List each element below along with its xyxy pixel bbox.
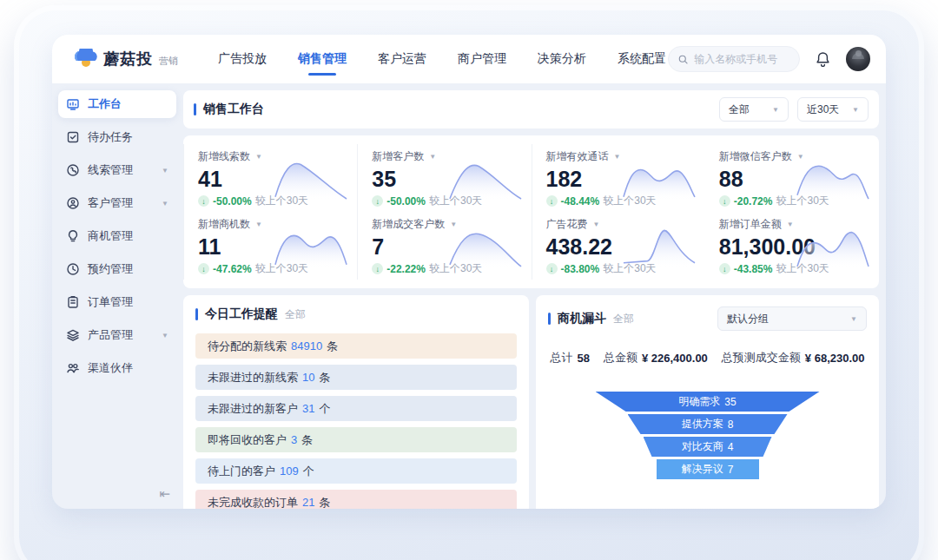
customer-icon bbox=[66, 196, 80, 210]
funnel-stage-compare-competitors: 对比友商 4 bbox=[644, 437, 772, 457]
title-accent-bar bbox=[548, 313, 551, 325]
chevron-down-icon: ▼ bbox=[255, 153, 262, 161]
todo-icon bbox=[66, 130, 80, 144]
workbench-icon bbox=[66, 97, 80, 111]
date-range-select[interactable]: 近30天 ▼ bbox=[797, 97, 869, 122]
sidebar-item-label: 线索管理 bbox=[88, 162, 133, 178]
scope-filter-select[interactable]: 全部 ▼ bbox=[719, 97, 789, 122]
nav-item-merchant[interactable]: 商户管理 bbox=[458, 35, 506, 83]
leads-icon bbox=[66, 163, 80, 177]
stat-label: 新增有效通话 bbox=[546, 149, 609, 164]
reminder-row[interactable]: 即将回收的客户 3 条 bbox=[195, 427, 517, 452]
reminders-list: 待分配的新线索 84910 条 未跟进过的新线索 10 条 未跟进过的新客户 bbox=[195, 333, 517, 509]
sparkline-chart bbox=[796, 221, 870, 268]
stat-label: 广告花费 bbox=[546, 217, 588, 232]
nav-item-analytics[interactable]: 决策分析 bbox=[538, 35, 586, 83]
sidebar-collapse-button[interactable]: ⇤ bbox=[159, 486, 170, 502]
funnel-total-count: 总计 58 bbox=[550, 350, 589, 366]
reminder-count: 31 bbox=[302, 402, 314, 415]
reminder-text: 未完成收款的订单 bbox=[208, 495, 298, 510]
funnel-group-value: 默认分组 bbox=[727, 312, 769, 326]
appointment-icon bbox=[66, 262, 80, 276]
brand-name: 蘑菇投 bbox=[103, 49, 153, 69]
stage-label: 明确需求 bbox=[678, 394, 720, 409]
order-icon bbox=[66, 295, 80, 309]
sidebar-item-label: 渠道伙伴 bbox=[88, 360, 133, 376]
chevron-down-icon: ▼ bbox=[852, 106, 859, 114]
chevron-down-icon: ▼ bbox=[593, 221, 600, 228]
stat-label: 新增微信客户数 bbox=[719, 149, 792, 164]
sidebar-item-opportunities[interactable]: 商机管理 bbox=[58, 222, 176, 250]
search-input[interactable] bbox=[694, 53, 789, 65]
sidebar-item-leads[interactable]: 线索管理 ▼ bbox=[58, 156, 176, 184]
sidebar-item-appointments[interactable]: 预约管理 bbox=[58, 255, 176, 283]
reminder-row[interactable]: 待分配的新线索 84910 条 bbox=[195, 333, 517, 359]
stage-value: 7 bbox=[728, 464, 734, 476]
arrow-down-icon: ↓ bbox=[719, 195, 730, 207]
app-body: 工作台 待办任务 线索管理 ▼ bbox=[52, 83, 886, 509]
stage-value: 8 bbox=[728, 418, 734, 431]
reminder-row[interactable]: 待上门的客户 109 个 bbox=[195, 458, 517, 484]
chevron-down-icon: ▼ bbox=[614, 153, 621, 161]
funnel-total-amount: 总金额 ¥ 226,400.00 bbox=[604, 350, 708, 366]
funnel-title-wrap: 商机漏斗 bbox=[548, 311, 606, 326]
global-search[interactable] bbox=[668, 46, 800, 72]
change-percent: -20.72% bbox=[734, 195, 773, 208]
reminder-text: 待分配的新线索 bbox=[208, 339, 287, 354]
reminder-row[interactable]: 未跟进过的新线索 10 条 bbox=[195, 365, 517, 390]
stat-label: 新增客户数 bbox=[372, 149, 424, 164]
search-icon bbox=[678, 54, 688, 65]
reminder-unit: 个 bbox=[303, 464, 314, 479]
nav-item-ads[interactable]: 广告投放 bbox=[218, 35, 267, 83]
scope-filter-value: 全部 bbox=[729, 102, 750, 117]
sidebar-item-label: 订单管理 bbox=[88, 294, 133, 310]
funnel-stage-clear-demand: 明确需求 35 bbox=[596, 392, 820, 412]
product-icon bbox=[66, 328, 80, 342]
reminder-row[interactable]: 未完成收款的订单 21 条 bbox=[195, 490, 517, 509]
page-title: 销售工作台 bbox=[203, 102, 264, 117]
stat-order-amount: 新增订单金额 ▼ 81,300.00 ↓ -43.85% 较上个30天 bbox=[705, 212, 879, 280]
page-title-wrap: 销售工作台 bbox=[194, 102, 264, 117]
nav-item-settings[interactable]: 系统配置 bbox=[618, 35, 666, 83]
nav-item-sales[interactable]: 销售管理 bbox=[298, 35, 347, 83]
funnel-scope-label: 全部 bbox=[613, 312, 634, 326]
funnel-summary: 总计 58 总金额 ¥ 226,400.00 总预测成交金额 ¥ 68,230.… bbox=[548, 350, 867, 366]
chevron-down-icon: ▼ bbox=[787, 221, 794, 228]
arrow-down-icon: ↓ bbox=[198, 263, 209, 274]
stat-wechat-customers: 新增微信客户数 ▼ 88 ↓ -20.72% 较上个30天 bbox=[705, 144, 879, 212]
sparkline-chart bbox=[274, 154, 348, 201]
summary-value: ¥ 68,230.00 bbox=[805, 352, 865, 365]
reminder-unit: 条 bbox=[327, 339, 338, 354]
funnel-stage-proposal: 提供方案 8 bbox=[628, 414, 788, 434]
stage-label: 对比友商 bbox=[682, 439, 723, 454]
sparkline-chart bbox=[796, 154, 870, 201]
sidebar-item-todo[interactable]: 待办任务 bbox=[58, 123, 176, 151]
reminder-count: 84910 bbox=[291, 339, 322, 352]
arrow-down-icon: ↓ bbox=[719, 263, 730, 274]
chevron-down-icon: ▼ bbox=[162, 332, 168, 339]
page: 蘑菇投 营销 广告投放 销售管理 客户运营 商户管理 决策分析 系统配置 bbox=[0, 0, 938, 560]
nav-item-customer-ops[interactable]: 客户运营 bbox=[378, 35, 426, 83]
arrow-down-icon: ↓ bbox=[372, 195, 383, 207]
sidebar-item-workbench[interactable]: 工作台 bbox=[58, 90, 176, 118]
reminder-text: 未跟进过的新客户 bbox=[208, 401, 298, 417]
sidebar-item-orders[interactable]: 订单管理 bbox=[58, 288, 176, 316]
reminder-unit: 个 bbox=[319, 401, 330, 417]
navbar-right bbox=[668, 46, 870, 72]
sidebar-item-channel-partners[interactable]: 渠道伙伴 bbox=[58, 354, 176, 382]
sidebar-item-customers[interactable]: 客户管理 ▼ bbox=[58, 189, 176, 217]
arrow-down-icon: ↓ bbox=[198, 195, 209, 207]
reminder-text: 待上门的客户 bbox=[208, 464, 275, 479]
funnel-group-select[interactable]: 默认分组 ▼ bbox=[717, 306, 867, 331]
summary-value: ¥ 226,400.00 bbox=[642, 352, 708, 365]
notification-bell-button[interactable] bbox=[816, 51, 830, 67]
user-avatar[interactable] bbox=[846, 47, 870, 71]
reminder-unit: 条 bbox=[301, 432, 313, 448]
sparkline-chart bbox=[448, 154, 523, 201]
chevron-down-icon: ▼ bbox=[850, 315, 857, 323]
summary-value: 58 bbox=[577, 352, 589, 365]
reminders-title: 今日工作提醒 bbox=[205, 306, 278, 322]
sidebar-item-products[interactable]: 产品管理 ▼ bbox=[58, 321, 176, 349]
reminder-row[interactable]: 未跟进过的新客户 31 个 bbox=[195, 396, 517, 421]
reminder-unit: 条 bbox=[319, 495, 330, 510]
